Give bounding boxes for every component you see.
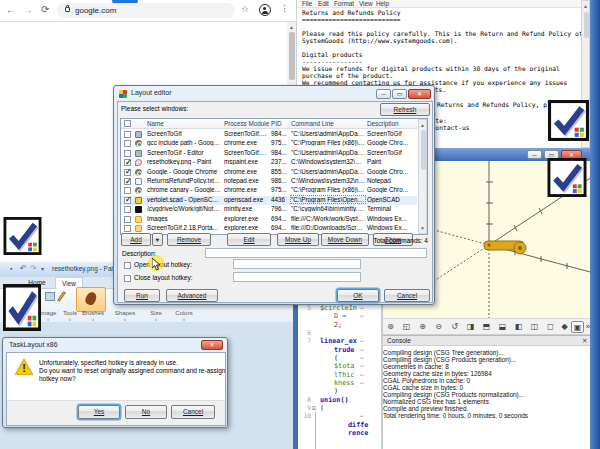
cancel-button[interactable]: Cancel	[171, 405, 215, 419]
row-checkbox[interactable]	[124, 225, 131, 232]
ok-button[interactable]: OK	[337, 289, 379, 302]
table-row[interactable]: resethotkey.png - Paintmspaint.exe237...…	[121, 158, 417, 167]
table-row[interactable]: vertolet.scad - OpenSCADopenscad.exe4436…	[121, 196, 417, 205]
row-checkbox[interactable]	[124, 187, 131, 194]
row-checkbox[interactable]	[124, 197, 131, 204]
view-back-icon[interactable]: ◻	[544, 321, 557, 333]
menu-edit[interactable]: Edit	[318, 0, 329, 7]
run-button[interactable]: Run	[124, 289, 160, 302]
group-caret-icon[interactable]: ˅	[112, 317, 138, 323]
add-button[interactable]: Add	[121, 233, 151, 246]
maximize-icon[interactable]: ▭	[392, 89, 407, 99]
remove-button[interactable]: Remove	[167, 233, 211, 246]
view-top-icon[interactable]: ⬒	[480, 321, 493, 333]
close-icon[interactable]: ✕	[408, 89, 431, 99]
open-hotkey-checkbox[interactable]	[124, 262, 131, 269]
row-checkbox[interactable]	[124, 140, 131, 147]
minimize-icon[interactable]: ─	[376, 89, 391, 99]
undo-icon[interactable]: ↶	[20, 264, 27, 273]
reload-icon[interactable]: ⟳	[41, 4, 49, 15]
qat-caret-icon[interactable]: ▾	[41, 265, 44, 272]
table-row[interactable]: /cygdrive/c/Work/git/Notep...mintty.exe7…	[121, 205, 417, 214]
view-bottom-icon[interactable]: ⬓	[496, 321, 509, 333]
bookmark-star-icon[interactable]: ☆	[241, 4, 249, 14]
list-header[interactable]: Name Process Module PID Command Line Des…	[121, 119, 417, 129]
brushes-button[interactable]	[76, 287, 106, 312]
menu-format[interactable]: Format	[334, 0, 354, 7]
column-cmd[interactable]: Command Line	[291, 120, 334, 127]
redo-icon[interactable]: ↷	[30, 264, 37, 273]
edit-button[interactable]: Edit	[227, 233, 271, 246]
notepad-text-line: purchase of the product.	[302, 72, 393, 79]
group-caret-icon[interactable]: ˅	[60, 317, 80, 323]
row-checkbox[interactable]	[124, 150, 131, 157]
orthogonal-view-icon[interactable]: ▣	[571, 321, 584, 333]
save-icon[interactable]: ▪	[10, 265, 12, 272]
view-left-icon[interactable]: ◧	[512, 321, 525, 333]
table-row[interactable]: ScreenToGifScreenToGif.exe984..."C:\User…	[121, 130, 417, 139]
row-desc: OpenSCAD	[367, 196, 415, 203]
reset-view-icon[interactable]: ↺	[448, 321, 461, 333]
table-row[interactable]: gcc include path - Google Se...chrome.ex…	[121, 139, 417, 148]
chrome-menu-icon[interactable]: ⋮	[280, 3, 289, 13]
row-checkbox[interactable]	[124, 206, 131, 213]
view-all-icon[interactable]: ⊛	[384, 321, 397, 333]
move-up-button[interactable]: Move Up	[277, 233, 319, 246]
header-checkbox[interactable]	[124, 120, 131, 127]
column-desc[interactable]: Description	[367, 120, 399, 127]
profile-avatar-icon[interactable]	[259, 4, 271, 16]
group-caret-icon[interactable]: ˅	[80, 317, 106, 323]
close-icon[interactable]: ✕	[201, 340, 223, 350]
column-name[interactable]: Name	[147, 120, 164, 127]
no-button[interactable]: No	[125, 405, 167, 419]
column-module[interactable]: Process Module	[224, 120, 269, 127]
menu-view[interactable]: View	[359, 0, 373, 7]
row-checkbox[interactable]	[124, 169, 131, 176]
row-checkbox[interactable]	[124, 216, 131, 223]
table-row[interactable]: ScreenToGif.2.18.Portable.zipexplorer.ex…	[121, 224, 417, 233]
table-row[interactable]: ScreenToGif - EditorScreenToGif.exe984..…	[121, 149, 417, 158]
warning-text-line: Do you want to reset originally assigned…	[39, 367, 225, 374]
list-scroll-thumb[interactable]	[421, 130, 426, 170]
open-hotkey-input[interactable]	[233, 259, 361, 269]
close-hotkey-checkbox[interactable]	[124, 275, 131, 282]
row-pid: 975...	[271, 186, 289, 193]
add-dropdown-icon[interactable]: ▾	[152, 233, 163, 246]
close-hotkey-input[interactable]	[233, 272, 361, 282]
view-diagonal-icon[interactable]: ◆	[558, 321, 571, 333]
group-caret-icon[interactable]: ˅	[146, 317, 166, 323]
table-row[interactable]: ReturnsRefundPolicy.txt - N...notepad.ex…	[121, 177, 417, 186]
image-icon[interactable]	[45, 292, 55, 301]
back-icon[interactable]: ←	[6, 4, 16, 15]
address-bar[interactable]: google.com	[57, 3, 235, 18]
row-checkbox[interactable]	[124, 178, 131, 185]
row-checkbox[interactable]	[124, 131, 131, 138]
table-row[interactable]: Imagesexplorer.exe694...file:///C:/Work/…	[121, 215, 417, 224]
forward-icon[interactable]: →	[23, 4, 33, 15]
zoom-in-icon[interactable]: ⊕	[416, 321, 429, 333]
row-cmd: C:\Windows\system32\note...	[291, 177, 365, 184]
chrome-scroll-thumb[interactable]	[289, 32, 295, 80]
table-row[interactable]: Google - Google Chromechrome.exe855..."C…	[121, 168, 417, 177]
row-pid: 984...	[271, 149, 289, 156]
group-caret-icon[interactable]: ˅	[172, 317, 196, 323]
menu-help[interactable]: Help	[376, 0, 389, 7]
refresh-button[interactable]: Refresh	[380, 103, 430, 116]
advanced-button[interactable]: Advanced	[166, 289, 218, 302]
cancel-button[interactable]: Cancel	[384, 289, 430, 302]
minimize-icon[interactable]: ─	[527, 150, 542, 159]
zoom-window-icon[interactable]: ◱	[400, 321, 413, 333]
list-scrollbar[interactable]: ▲ ▼	[418, 119, 427, 234]
yes-button[interactable]: Yes	[78, 405, 120, 419]
column-pid[interactable]: PID	[271, 120, 282, 127]
zoom-out-icon[interactable]: ⊖	[432, 321, 445, 333]
view-right-icon[interactable]: ◨	[464, 321, 477, 333]
view-front-icon[interactable]: ◫	[528, 321, 541, 333]
description-input[interactable]	[205, 248, 427, 258]
notepad-scroll-thumb[interactable]	[584, 12, 589, 38]
menu-file[interactable]: File	[302, 0, 312, 7]
row-checkbox[interactable]	[124, 159, 131, 166]
table-row[interactable]: chrome canary - Google Sea...chrome.exe9…	[121, 186, 417, 195]
fold-icon[interactable]: ⊟	[312, 404, 316, 411]
console-close-icon[interactable]: ✕	[582, 337, 587, 345]
